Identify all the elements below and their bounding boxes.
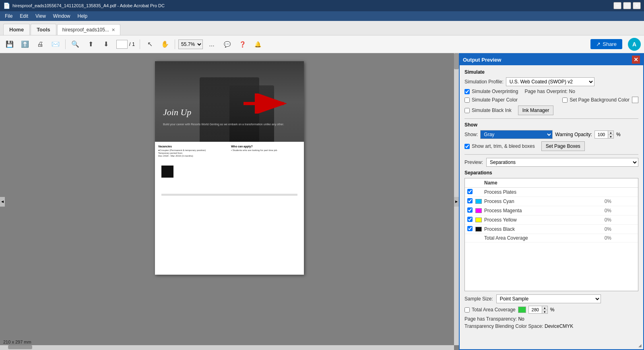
user-avatar[interactable]: A [628, 38, 641, 51]
h-scrollbar-thumb[interactable] [8, 345, 32, 349]
process-black-checkbox[interactable] [467, 226, 473, 231]
total-area-coverage-row-pct: 0% [595, 235, 611, 241]
warning-opacity-down[interactable]: ▼ [608, 135, 614, 139]
simulate-black-ink-checkbox[interactable] [464, 108, 470, 113]
separations-table: Name Process Plates [464, 178, 638, 291]
menu-help[interactable]: Help [74, 12, 91, 20]
coverage-down[interactable]: ▼ [542, 310, 548, 314]
ink-manager-button[interactable]: Ink Manager [518, 106, 554, 115]
tab-tools[interactable]: Tools [31, 24, 56, 35]
menu-window[interactable]: Window [50, 12, 74, 20]
title-bar: 📄 hiresproof_eads1055674_14112018_135835… [0, 0, 644, 11]
coverage-up[interactable]: ▲ [542, 306, 548, 310]
print-button[interactable]: 🖨 [34, 38, 47, 51]
process-plates-checkbox[interactable] [467, 189, 473, 194]
warning-opacity-unit: % [616, 132, 621, 137]
tab-home[interactable]: Home [3, 24, 30, 35]
sample-size-select[interactable]: Point Sample [496, 294, 601, 303]
process-cyan-checkbox[interactable] [467, 198, 473, 203]
show-art-trim-checkbox-label[interactable]: Show art, trim, & bleed boxes [464, 143, 535, 149]
transparency-blending-row: Transparency Blending Color Space: Devic… [464, 323, 638, 329]
simulate-black-ink-checkbox-label[interactable]: Simulate Black Ink [464, 108, 512, 113]
simulation-profile-select[interactable]: U.S. Web Coated (SWOP) v2 [506, 77, 594, 86]
sample-size-row: Sample Size: Point Sample [464, 294, 638, 303]
page-input[interactable]: 1 [116, 40, 128, 49]
green-swatch[interactable] [518, 307, 526, 313]
scrollbar-thumb[interactable] [454, 53, 459, 69]
zoom-select[interactable]: 55.7% 50% 75% 100% [178, 39, 203, 49]
select-tool-button[interactable]: ↖ [143, 38, 156, 51]
search-button[interactable]: 🔍 [69, 38, 82, 51]
table-row: Process Yellow 0% [465, 215, 638, 225]
share-button[interactable]: ↗ Share [590, 39, 622, 49]
set-page-bg-checkbox[interactable] [562, 97, 568, 103]
save-button[interactable]: 💾 [3, 38, 16, 51]
menu-bar: File Edit View Window Help [0, 11, 644, 21]
table-row: Process Plates [465, 188, 638, 197]
total-area-coverage-checkbox-label[interactable]: Total Area Coverage [464, 307, 516, 313]
toolbar: 💾 ⬆️ 🖨 ✉️ 🔍 ⬆ ⬇ 1 / 1 ↖ ✋ 55.7% 50% 75% … [0, 35, 644, 53]
resize-handle[interactable]: ◢ [638, 343, 642, 348]
join-up-text: Join Up [163, 107, 191, 118]
maximize-button[interactable]: □ [623, 2, 631, 9]
sep-header-swatch [475, 180, 484, 186]
page-size-info: 210 x 297 mm [3, 340, 31, 344]
hand-tool-button[interactable]: ✋ [159, 38, 171, 51]
simulate-paper-color-checkbox[interactable] [464, 97, 470, 103]
horizontal-scrollbar[interactable] [0, 345, 454, 350]
next-page-button[interactable]: ⬇ [99, 38, 112, 51]
help-icon[interactable]: ❓ [236, 38, 249, 51]
simulate-paper-color-checkbox-label[interactable]: Simulate Paper Color [464, 97, 518, 103]
warning-opacity-input[interactable] [594, 130, 608, 139]
process-plates-name: Process Plates [484, 189, 595, 195]
upload-button[interactable]: ⬆️ [19, 38, 31, 51]
warning-opacity-up[interactable]: ▲ [608, 130, 614, 135]
panel-title-bar: Output Preview ✕ [460, 54, 643, 65]
notification-icon[interactable]: 🔔 [251, 38, 264, 51]
menu-edit[interactable]: Edit [17, 12, 31, 20]
temporary-item: Temporary period from [158, 152, 228, 154]
close-button[interactable]: ✕ [633, 2, 641, 9]
set-page-boxes-button[interactable]: Set Page Boxes [541, 141, 585, 151]
toolbar-separator-3 [175, 39, 175, 49]
preview-row: Preview: Separations [464, 158, 638, 167]
show-select[interactable]: Gray [480, 130, 553, 139]
share-icon: ↗ [596, 41, 601, 47]
email-button[interactable]: ✉️ [49, 38, 62, 51]
bg-color-swatch[interactable] [632, 97, 638, 103]
menu-view[interactable]: View [32, 12, 49, 20]
main-area: ◀ ▶ Join Up Build your career with Resor… [0, 53, 644, 350]
simulate-section-label: Simulate [464, 69, 638, 75]
tab-document[interactable]: hiresproof_eads105... ✕ [57, 24, 120, 35]
process-magenta-name: Process Magenta [484, 208, 595, 213]
tab-close-button[interactable]: ✕ [111, 27, 115, 33]
menu-file[interactable]: File [2, 12, 16, 20]
minimize-button[interactable]: ─ [613, 2, 621, 9]
page-has-transparency-value: No [518, 316, 524, 322]
page-total: 1 [132, 41, 135, 47]
total-area-coverage-checkbox[interactable] [464, 307, 470, 313]
process-yellow-checkbox[interactable] [467, 217, 473, 222]
pdf-content: Vacancies ●Croupier (Permanent & tempora… [155, 142, 304, 275]
sep-header-name: Name [484, 180, 595, 186]
prev-page-button[interactable]: ⬆ [84, 38, 97, 51]
warning-opacity-spinbox: ▲ ▼ [594, 130, 614, 139]
arrow-indicator [244, 93, 292, 115]
coverage-input[interactable] [528, 306, 542, 314]
preview-select[interactable]: Separations [486, 158, 638, 167]
table-row: Process Black 0% [465, 225, 638, 234]
process-magenta-checkbox[interactable] [467, 207, 473, 213]
comment-icon[interactable]: 💬 [221, 38, 233, 51]
simulate-overprinting-checkbox-label[interactable]: Simulate Overprinting [464, 89, 518, 94]
simulate-overprinting-checkbox[interactable] [464, 89, 470, 94]
process-magenta-swatch [475, 208, 482, 213]
scroll-right-button[interactable]: ▶ [454, 197, 459, 207]
set-page-bg-checkbox-label[interactable]: Set Page Background Color [562, 97, 630, 103]
show-row: Show: Gray Warning Opacity: ▲ ▼ % [464, 130, 638, 139]
set-page-bg-area: Set Page Background Color [562, 97, 638, 103]
more-options-button[interactable]: ... [205, 38, 218, 51]
scroll-left-button[interactable]: ◀ [0, 197, 5, 207]
show-art-trim-checkbox[interactable] [464, 144, 470, 149]
pdf-scroll-area[interactable]: ◀ ▶ Join Up Build your career with Resor… [0, 53, 459, 350]
panel-close-button[interactable]: ✕ [632, 56, 640, 64]
